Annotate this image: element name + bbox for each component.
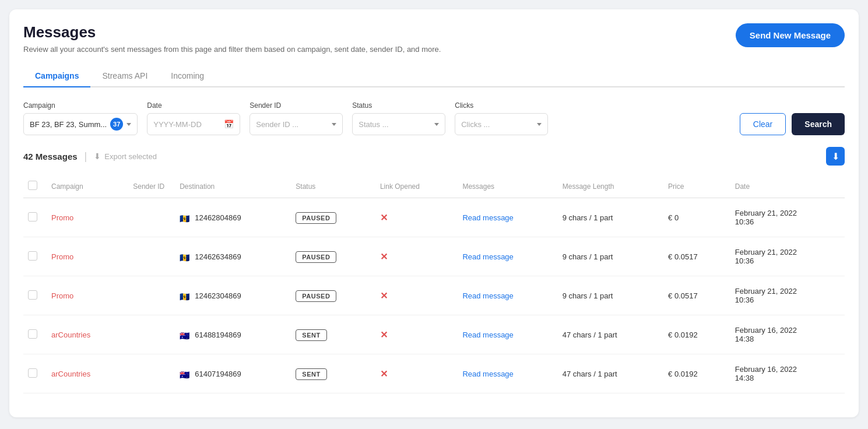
select-all-checkbox[interactable]	[28, 181, 37, 190]
row-status-1: PAUSED	[289, 237, 373, 276]
row-campaign-0: Promo	[44, 198, 126, 237]
status-badge-0: PAUSED	[296, 212, 336, 224]
row-status-3: SENT	[289, 315, 373, 354]
messages-table: Campaign Sender ID Destination Status Li…	[23, 175, 845, 393]
column-message-length: Message Length	[556, 175, 661, 198]
download-all-icon: ⬇	[832, 151, 839, 162]
status-dropdown[interactable]: Status ...	[352, 113, 445, 135]
flag-icon-4: 🇦🇺	[180, 370, 190, 378]
clicks-filter-label: Clicks	[455, 101, 548, 110]
campaign-selected-value: BF 23, BF 23, Summ...	[30, 120, 107, 129]
row-message-length-3: 47 chars / 1 part	[556, 315, 661, 354]
row-price-0: € 0	[661, 198, 728, 237]
status-placeholder: Status ...	[359, 120, 388, 129]
link-opened-x-icon-2: ✕	[380, 291, 388, 301]
column-destination: Destination	[173, 175, 289, 198]
date-placeholder: YYYY-MM-DD	[153, 120, 202, 129]
filters-row: Campaign BF 23, BF 23, Summ... 37 Date Y…	[23, 101, 845, 135]
tabs-navigation: Campaigns Streams API Incoming	[23, 65, 845, 87]
read-message-link-1[interactable]: Read message	[462, 252, 513, 261]
clear-button[interactable]: Clear	[740, 113, 786, 135]
export-selected-button[interactable]: ⬇ Export selected	[94, 152, 157, 161]
row-checkbox-3[interactable]	[28, 329, 37, 339]
date-input[interactable]: YYYY-MM-DD 📅	[147, 113, 240, 135]
table-row: arCountries 🇦🇺 61488194869 SENT ✕ Read m…	[23, 315, 845, 354]
row-destination-2: 🇧🇧 12462304869	[173, 276, 289, 315]
row-messages-3: Read message	[455, 315, 555, 354]
row-checkbox-4[interactable]	[28, 368, 37, 378]
export-label: Export selected	[104, 152, 157, 161]
row-price-2: € 0.0517	[661, 276, 728, 315]
row-checkbox-cell	[23, 198, 44, 237]
sender-id-dropdown[interactable]: Sender ID ...	[249, 113, 343, 135]
row-link-opened-1: ✕	[373, 237, 456, 276]
row-checkbox-2[interactable]	[28, 290, 37, 300]
row-sender-id-2	[126, 276, 173, 315]
clicks-dropdown[interactable]: Clicks ...	[455, 113, 548, 135]
row-checkbox-0[interactable]	[28, 212, 37, 221]
table-row: Promo 🇧🇧 12462634869 PAUSED ✕ Read messa…	[23, 237, 845, 276]
send-new-message-button[interactable]: Send New Message	[736, 23, 845, 47]
download-all-button[interactable]: ⬇	[826, 147, 845, 166]
campaign-link-2[interactable]: Promo	[51, 291, 73, 300]
read-message-link-4[interactable]: Read message	[462, 370, 513, 378]
row-status-2: PAUSED	[289, 276, 373, 315]
campaign-chevron-down-icon	[126, 123, 131, 126]
column-link-opened: Link Opened	[373, 175, 456, 198]
table-row: arCountries 🇦🇺 61407194869 SENT ✕ Read m…	[23, 354, 845, 393]
row-date-1: February 21, 202210:36	[728, 237, 845, 276]
link-opened-x-icon-1: ✕	[380, 252, 388, 262]
row-destination-4: 🇦🇺 61407194869	[173, 354, 289, 393]
status-badge-3: SENT	[296, 329, 326, 341]
date-filter-label: Date	[147, 101, 240, 110]
read-message-link-2[interactable]: Read message	[462, 291, 513, 300]
table-row: Promo 🇧🇧 12462804869 PAUSED ✕ Read messa…	[23, 198, 845, 237]
calendar-icon: 📅	[224, 119, 234, 129]
clicks-filter-group: Clicks Clicks ...	[455, 101, 548, 135]
row-checkbox-1[interactable]	[28, 251, 37, 261]
table-body: Promo 🇧🇧 12462804869 PAUSED ✕ Read messa…	[23, 198, 845, 393]
link-opened-x-icon-4: ✕	[380, 369, 388, 379]
row-link-opened-4: ✕	[373, 354, 456, 393]
table-header: Campaign Sender ID Destination Status Li…	[23, 175, 845, 198]
campaign-link-1[interactable]: Promo	[51, 252, 73, 261]
status-filter-group: Status Status ...	[352, 101, 445, 135]
clicks-chevron-down-icon	[537, 123, 542, 126]
link-opened-x-icon-3: ✕	[380, 330, 388, 340]
page-title: Messages	[23, 23, 441, 41]
download-icon: ⬇	[94, 152, 101, 161]
tab-streams-api[interactable]: Streams API	[90, 65, 159, 87]
row-message-length-2: 9 chars / 1 part	[556, 276, 661, 315]
campaign-link-4[interactable]: arCountries	[51, 370, 90, 378]
column-messages: Messages	[455, 175, 555, 198]
read-message-link-3[interactable]: Read message	[462, 330, 513, 339]
status-badge-2: PAUSED	[296, 290, 336, 302]
messages-count: 42 Messages	[23, 152, 78, 161]
row-date-4: February 16, 202214:38	[728, 354, 845, 393]
read-message-link-0[interactable]: Read message	[462, 213, 513, 222]
campaign-link-0[interactable]: Promo	[51, 213, 73, 222]
row-link-opened-3: ✕	[373, 315, 456, 354]
campaign-link-3[interactable]: arCountries	[51, 330, 90, 339]
sender-id-chevron-down-icon	[332, 123, 336, 126]
clicks-placeholder: Clicks ...	[461, 120, 490, 129]
campaign-count-badge: 37	[110, 118, 123, 131]
flag-icon-0: 🇧🇧	[180, 214, 190, 221]
tab-campaigns[interactable]: Campaigns	[23, 65, 90, 87]
campaign-dropdown[interactable]: BF 23, BF 23, Summ... 37	[23, 113, 138, 135]
row-link-opened-2: ✕	[373, 276, 456, 315]
sender-id-filter-group: Sender ID Sender ID ...	[249, 101, 343, 135]
row-checkbox-cell	[23, 276, 44, 315]
row-message-length-0: 9 chars / 1 part	[556, 198, 661, 237]
row-status-4: SENT	[289, 354, 373, 393]
row-sender-id-4	[126, 354, 173, 393]
search-button[interactable]: Search	[792, 113, 845, 135]
row-messages-1: Read message	[455, 237, 555, 276]
column-price: Price	[661, 175, 728, 198]
column-sender-id: Sender ID	[126, 175, 173, 198]
filter-actions: Clear Search	[740, 113, 845, 135]
toolbar-row: 42 Messages | ⬇ Export selected ⬇	[23, 147, 845, 166]
row-price-4: € 0.0192	[661, 354, 728, 393]
tab-incoming[interactable]: Incoming	[159, 65, 216, 87]
row-price-3: € 0.0192	[661, 315, 728, 354]
